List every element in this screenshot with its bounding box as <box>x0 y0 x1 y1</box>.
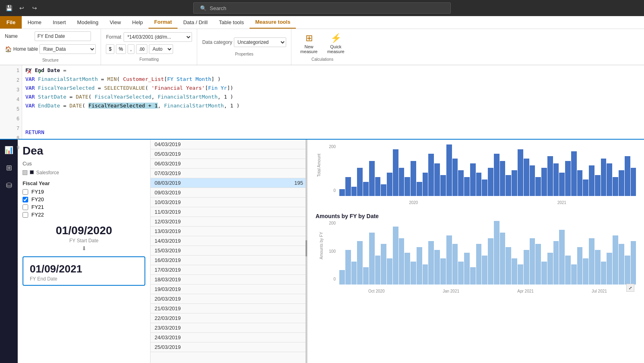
bar <box>357 241 363 285</box>
bar <box>601 262 607 285</box>
percent-button[interactable]: % <box>116 44 126 54</box>
bar <box>494 221 500 285</box>
decrease-decimal-button[interactable]: .00 <box>136 44 147 54</box>
currency-button[interactable]: $ <box>106 44 114 54</box>
sidebar-icon-report[interactable]: 📊 <box>2 143 16 157</box>
chart1-x-label-2021: 2021 <box>557 200 566 205</box>
bar <box>363 182 369 196</box>
bar <box>387 258 392 285</box>
table-row[interactable]: 17/03/2019 <box>151 265 307 275</box>
tab-home[interactable]: Home <box>22 16 47 29</box>
tab-file[interactable]: File <box>0 16 22 29</box>
table-row[interactable]: 18/03/2019 <box>151 275 307 285</box>
tab-format[interactable]: Format <box>149 16 178 29</box>
fy19-checkbox[interactable] <box>23 189 28 195</box>
date-cell: 12/03/2019 <box>151 217 275 227</box>
table-row[interactable]: 20/03/2019 <box>151 294 307 304</box>
date-cell: 05/03/2019 <box>151 149 275 159</box>
table-row[interactable]: 21/03/2019 <box>151 304 307 314</box>
bar <box>625 156 630 196</box>
scroll-indicator[interactable] <box>305 140 307 363</box>
tab-modeling[interactable]: Modeling <box>72 16 104 29</box>
undo-button[interactable]: ↩ <box>16 2 27 14</box>
table-row[interactable]: 09/03/2019 <box>151 188 307 198</box>
panel-heading: Dea <box>23 144 145 157</box>
table-row[interactable]: 25/03/2019 <box>151 342 307 352</box>
table-row[interactable]: 15/03/2019 <box>151 246 307 256</box>
table-row[interactable]: 11/03/2019 <box>151 207 307 217</box>
ribbon-panel: Name 🏠 Home table Raw_Data Structure For… <box>0 29 644 65</box>
search-bar[interactable]: 🔍 Search <box>193 2 451 14</box>
table-row[interactable]: 12/03/2019 <box>151 217 307 227</box>
date-cell: 07/03/2019 <box>151 169 275 178</box>
bar <box>524 250 529 285</box>
bar <box>375 177 381 196</box>
bar <box>381 244 386 285</box>
comma-button[interactable]: , <box>128 44 134 54</box>
table-row[interactable]: 05/03/2019 <box>151 149 307 159</box>
chart2-wrapper: Amounts by FY 200 100 0 Oct 2020 Jan 202… <box>316 221 636 293</box>
table-row[interactable]: 10/03/2019 <box>151 198 307 207</box>
bar <box>440 258 446 285</box>
chart1-x-axis: 2020 2021 <box>339 200 636 205</box>
date-cell: 04/03/2019 <box>151 140 275 149</box>
bar <box>417 182 422 196</box>
fy22-checkbox[interactable] <box>23 212 28 218</box>
tab-view[interactable]: View <box>104 16 126 29</box>
home-table-select[interactable]: Raw_Data <box>39 44 96 54</box>
quick-measure-button[interactable]: ⚡ Quick measure <box>325 32 347 55</box>
tab-insert[interactable]: Insert <box>47 16 72 29</box>
chart2-y-axis: 200 100 0 <box>325 221 337 281</box>
formula-cancel-button[interactable]: ✕ <box>24 67 34 76</box>
tab-table-tools[interactable]: Table tools <box>213 16 250 29</box>
fy21-checkbox[interactable] <box>23 204 28 210</box>
formula-line-1: FY End Date = <box>25 66 641 75</box>
scroll-thumb[interactable] <box>305 240 307 256</box>
sidebar-icon-model[interactable]: ⛁ <box>2 178 16 193</box>
bar <box>500 161 506 196</box>
chart2-y-label: Amounts by FY <box>319 232 324 259</box>
table-row[interactable]: 06/03/2019 <box>151 159 307 169</box>
table-row[interactable]: 22/03/2019 <box>151 314 307 323</box>
formula-controls: ✕ ✓ <box>24 67 45 76</box>
new-measure-button[interactable]: ⊞ New measure <box>298 32 320 55</box>
bar <box>476 244 482 285</box>
tab-help[interactable]: Help <box>126 16 149 29</box>
table-row[interactable]: 19/03/2019 <box>151 285 307 294</box>
sidebar-icon-table[interactable]: ⊞ <box>2 161 16 175</box>
vendor-checkbox-2[interactable] <box>30 170 34 174</box>
date-cell: 14/03/2019 <box>151 236 275 246</box>
table-row[interactable]: 23/03/2019 <box>151 323 307 333</box>
value-cell <box>275 265 307 275</box>
formula-content[interactable]: FY End Date = VAR FinancialStartMonth = … <box>22 65 644 139</box>
chart2-expand-button[interactable]: ⤢ <box>626 284 634 292</box>
bar <box>423 264 428 285</box>
bar <box>381 184 386 196</box>
chart1-bars <box>339 144 636 196</box>
fy20-checkbox[interactable] <box>23 197 28 202</box>
formula-confirm-button[interactable]: ✓ <box>35 67 45 76</box>
table-row[interactable]: 13/03/2019 <box>151 227 307 236</box>
table-row[interactable]: 16/03/2019 <box>151 256 307 265</box>
bar <box>547 253 553 285</box>
table-row[interactable]: 04/03/2019 <box>151 140 307 149</box>
vendor-checkbox-1[interactable] <box>23 170 27 175</box>
fy19-label: FY19 <box>31 189 44 195</box>
end-date-card[interactable]: 01/09/2021 FY End Date <box>23 256 145 286</box>
table-row[interactable]: 24/03/2019 <box>151 333 307 342</box>
tab-data-drill[interactable]: Data / Drill <box>178 16 213 29</box>
data-category-select[interactable]: Uncategorized <box>234 37 286 47</box>
format-select[interactable]: *14/03/2001 (dd/m... <box>124 32 192 42</box>
auto-select[interactable]: Auto <box>149 44 173 54</box>
table-row[interactable]: 08/03/2019195 <box>151 178 307 188</box>
bar <box>553 163 559 196</box>
bar <box>619 170 624 196</box>
tab-measure-tools[interactable]: Measure tools <box>250 16 296 29</box>
save-button[interactable]: 💾 <box>3 2 14 14</box>
name-input[interactable] <box>35 31 91 41</box>
table-row[interactable]: 14/03/2019 <box>151 236 307 246</box>
date-cell: 11/03/2019 <box>151 207 275 217</box>
table-row[interactable]: 07/03/2019 <box>151 169 307 178</box>
redo-button[interactable]: ↪ <box>29 2 40 14</box>
bar <box>369 233 375 285</box>
